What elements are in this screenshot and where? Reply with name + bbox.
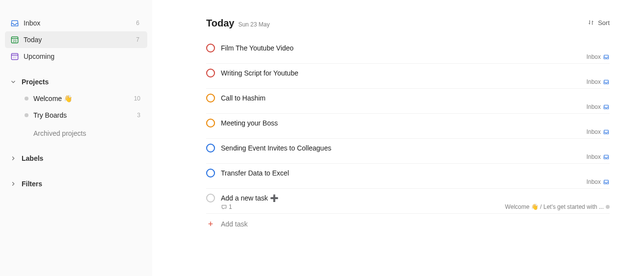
chevron-down-icon xyxy=(10,78,17,85)
task-checkbox[interactable] xyxy=(206,69,215,77)
task-item[interactable]: Transfer Data to ExcelInbox xyxy=(206,164,610,189)
sidebar-project-item[interactable]: Welcome 👋 10 xyxy=(5,90,147,107)
svg-text:23: 23 xyxy=(13,39,17,43)
sidebar-item-label: Today xyxy=(22,36,136,44)
sidebar-item-today[interactable]: 23 Today 7 xyxy=(5,31,147,48)
inbox-icon xyxy=(603,78,610,85)
inbox-icon xyxy=(603,153,610,160)
inbox-icon xyxy=(603,103,610,110)
task-project-label: Welcome 👋 / Let's get started with ... xyxy=(505,203,604,210)
project-count: 10 xyxy=(134,95,140,102)
task-title: Film The Youtube Video xyxy=(221,44,294,52)
sidebar-item-count: 6 xyxy=(136,20,142,26)
sidebar-project-item[interactable]: Try Boards 3 xyxy=(5,107,147,124)
task-title: Writing Script for Youtube xyxy=(221,69,298,77)
chevron-right-icon xyxy=(10,155,17,162)
task-project-label: Inbox xyxy=(587,53,601,60)
add-task-button[interactable]: + Add task xyxy=(206,214,610,234)
task-item[interactable]: Film The Youtube VideoInbox xyxy=(206,39,610,64)
project-count: 3 xyxy=(137,112,140,119)
task-project-link[interactable]: Inbox xyxy=(587,153,610,160)
page-subtitle: Sun 23 May xyxy=(238,21,269,28)
inbox-icon xyxy=(9,17,21,29)
section-label: Labels xyxy=(22,154,43,162)
task-project-link[interactable]: Welcome 👋 / Let's get started with ... xyxy=(505,203,610,210)
sidebar-item-label: Inbox xyxy=(22,19,136,27)
inbox-icon xyxy=(603,178,610,185)
sidebar-archived-projects[interactable]: Archived projects xyxy=(5,125,147,141)
task-project-link[interactable]: Inbox xyxy=(587,128,610,135)
sidebar-section-filters[interactable]: Filters xyxy=(5,176,147,192)
inbox-icon xyxy=(603,53,610,60)
section-label: Projects xyxy=(22,78,49,86)
sort-label: Sort xyxy=(598,19,610,26)
task-title: Meeting your Boss xyxy=(221,119,278,127)
task-project-label: Inbox xyxy=(587,78,601,85)
sort-button[interactable]: Sort xyxy=(587,19,610,26)
task-checkbox[interactable] xyxy=(206,194,215,202)
chevron-right-icon xyxy=(10,180,17,187)
inbox-icon xyxy=(603,128,610,135)
project-color-dot xyxy=(25,97,28,100)
calendar-upcoming-icon xyxy=(9,50,21,62)
project-label: Try Boards xyxy=(33,111,137,119)
page-title: Today xyxy=(206,18,234,29)
task-title: Transfer Data to Excel xyxy=(221,169,289,177)
calendar-today-icon: 23 xyxy=(9,34,21,46)
plus-icon: + xyxy=(206,220,215,228)
task-checkbox[interactable] xyxy=(206,94,215,102)
sidebar: Inbox 6 23 Today 7 Upcoming Projects W xyxy=(0,0,152,276)
task-title: Call to Hashim xyxy=(221,94,266,102)
task-item[interactable]: Add a new task ➕1Welcome 👋 / Let's get s… xyxy=(206,189,610,214)
task-item[interactable]: Call to HashimInbox xyxy=(206,89,610,114)
project-label: Welcome 👋 xyxy=(33,95,134,102)
task-checkbox[interactable] xyxy=(206,44,215,52)
task-checkbox[interactable] xyxy=(206,169,215,177)
sidebar-item-upcoming[interactable]: Upcoming xyxy=(5,48,147,65)
task-list: Film The Youtube VideoInboxWriting Scrip… xyxy=(206,39,610,214)
task-project-label: Inbox xyxy=(587,178,601,185)
task-project-link[interactable]: Inbox xyxy=(587,53,610,60)
sort-icon xyxy=(587,19,595,26)
task-project-link[interactable]: Inbox xyxy=(587,178,610,185)
task-checkbox[interactable] xyxy=(206,119,215,127)
task-item[interactable]: Meeting your BossInbox xyxy=(206,114,610,139)
sidebar-item-count: 7 xyxy=(136,36,142,43)
task-project-label: Inbox xyxy=(587,103,601,110)
main-content: Today Sun 23 May Sort Film The Youtube V… xyxy=(152,0,644,276)
task-item[interactable]: Writing Script for YoutubeInbox xyxy=(206,64,610,89)
sidebar-section-labels[interactable]: Labels xyxy=(5,150,147,167)
task-title: Sending Event Invites to Colleagues xyxy=(221,144,331,152)
task-checkbox[interactable] xyxy=(206,144,215,152)
sidebar-item-inbox[interactable]: Inbox 6 xyxy=(5,15,147,31)
project-color-dot xyxy=(606,205,610,209)
task-project-label: Inbox xyxy=(587,128,601,135)
archived-label: Archived projects xyxy=(33,129,86,137)
task-project-link[interactable]: Inbox xyxy=(587,103,610,110)
section-label: Filters xyxy=(22,180,42,188)
view-header: Today Sun 23 May Sort xyxy=(206,18,610,29)
add-task-label: Add task xyxy=(221,220,247,228)
task-item[interactable]: Sending Event Invites to ColleaguesInbox xyxy=(206,139,610,164)
task-title: Add a new task ➕ xyxy=(221,194,278,202)
task-comment-count[interactable]: 1 xyxy=(221,203,232,210)
task-project-link[interactable]: Inbox xyxy=(587,78,610,85)
task-project-label: Inbox xyxy=(587,153,601,160)
sidebar-item-label: Upcoming xyxy=(22,52,139,60)
project-color-dot xyxy=(25,113,28,117)
sidebar-section-projects[interactable]: Projects xyxy=(5,74,147,90)
